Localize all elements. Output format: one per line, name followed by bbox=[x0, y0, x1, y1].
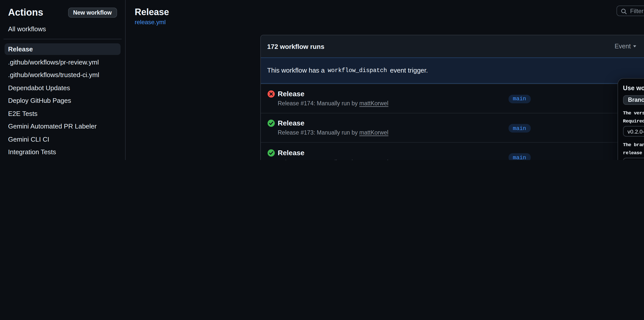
main-content: Release release.yml 172 workflow runs Ev… bbox=[125, 0, 644, 160]
use-workflow-from-label: Use workflow from bbox=[623, 84, 644, 91]
sidebar-workflow-item-selected[interactable]: Release bbox=[5, 43, 120, 55]
workflow-run-row: Release Release #174: Manually run by ma… bbox=[261, 83, 644, 113]
sidebar-workflow-item[interactable]: Gemini CLI CI bbox=[5, 133, 120, 145]
new-workflow-button[interactable]: New workflow bbox=[68, 8, 117, 18]
run-list: Release Release #174: Manually run by ma… bbox=[261, 83, 644, 160]
branch-badge[interactable]: main bbox=[508, 95, 531, 103]
actor-link[interactable]: mattKorwel bbox=[359, 159, 388, 160]
sidebar-workflow-item[interactable]: Integration Tests bbox=[5, 146, 120, 158]
actor-link[interactable]: mattKorwel bbox=[359, 100, 388, 106]
actor-link[interactable]: mattKorwel bbox=[359, 130, 388, 136]
sidebar: Actions New workflow All workflows Relea… bbox=[0, 0, 125, 160]
sidebar-workflow-item[interactable]: .github/workflows/trusted-ci.yml bbox=[5, 69, 120, 81]
page-title: Release bbox=[135, 7, 644, 17]
run-title-link[interactable]: Release bbox=[278, 148, 304, 156]
popover-field-label: The version to release (e.g., v0.1.11). … bbox=[623, 109, 644, 125]
sidebar-workflow-item[interactable]: E2E Tests bbox=[5, 108, 120, 119]
run-subtitle: Release #172: Manually run by mattKorwel bbox=[278, 158, 388, 160]
popover-field-label: The branch or ref (full git sha) to rele… bbox=[623, 141, 644, 157]
sidebar-title: Actions bbox=[8, 7, 43, 18]
sidebar-divider bbox=[4, 39, 121, 39]
runs-header: 172 workflow runs Event Status Branch Ac… bbox=[261, 35, 644, 57]
popover-field-input[interactable] bbox=[623, 158, 644, 160]
x-circle-fill-icon bbox=[267, 90, 275, 98]
workflow-runs-container: 172 workflow runs Event Status Branch Ac… bbox=[260, 35, 644, 160]
runs-count: 172 workflow runs bbox=[267, 43, 324, 50]
check-circle-fill-icon bbox=[267, 120, 275, 127]
run-workflow-popover: Use workflow from Branch: main The versi… bbox=[618, 78, 644, 160]
run-filters: Event Status Branch Actor bbox=[615, 43, 644, 50]
workflow-run-row: Release Release #172: Manually run by ma… bbox=[261, 142, 644, 160]
run-subtitle: Release #173: Manually run by mattKorwel bbox=[278, 129, 388, 137]
sidebar-item-all-workflows[interactable]: All workflows bbox=[5, 23, 120, 35]
run-subtitle: Release #174: Manually run by mattKorwel bbox=[278, 100, 388, 107]
chevron-down-icon bbox=[633, 45, 636, 47]
sidebar-workflow-item[interactable]: Gemini Automated PR Labeler bbox=[5, 120, 120, 132]
search-icon bbox=[621, 8, 627, 14]
run-title-link[interactable]: Release bbox=[278, 90, 304, 98]
workflow-run-row: Release Release #173: Manually run by ma… bbox=[261, 113, 644, 142]
sidebar-workflow-item[interactable]: Mark stale issues and pull requests bbox=[5, 159, 120, 160]
popover-field-input[interactable] bbox=[623, 126, 644, 137]
filter-workflow-runs-box bbox=[617, 6, 644, 16]
sidebar-workflow-item[interactable]: Dependabot Updates bbox=[5, 82, 120, 93]
actions-page: Actions New workflow All workflows Relea… bbox=[0, 0, 644, 160]
sidebar-workflow-list: Release.github/workflows/pr-review.yml.g… bbox=[5, 43, 120, 160]
run-title-link[interactable]: Release bbox=[278, 119, 304, 127]
branch-badge[interactable]: main bbox=[508, 124, 531, 133]
sidebar-workflow-item[interactable]: Deploy GitHub Pages bbox=[5, 95, 120, 106]
sidebar-workflow-item[interactable]: .github/workflows/pr-review.yml bbox=[5, 56, 120, 68]
filter-dropdown[interactable]: Event bbox=[615, 43, 636, 50]
popover-fields: The version to release (e.g., v0.1.11). … bbox=[623, 109, 644, 160]
filter-workflow-runs-input[interactable] bbox=[629, 6, 644, 16]
workflow-dispatch-code: workflow_dispatch bbox=[328, 67, 387, 74]
branch-select-button[interactable]: Branch: main bbox=[623, 95, 644, 105]
branch-badge[interactable]: main bbox=[508, 153, 531, 160]
workflow-file-link[interactable]: release.yml bbox=[135, 19, 166, 26]
workflow-dispatch-banner: This workflow has a workflow_dispatch ev… bbox=[261, 57, 644, 83]
check-circle-fill-icon bbox=[267, 149, 275, 156]
